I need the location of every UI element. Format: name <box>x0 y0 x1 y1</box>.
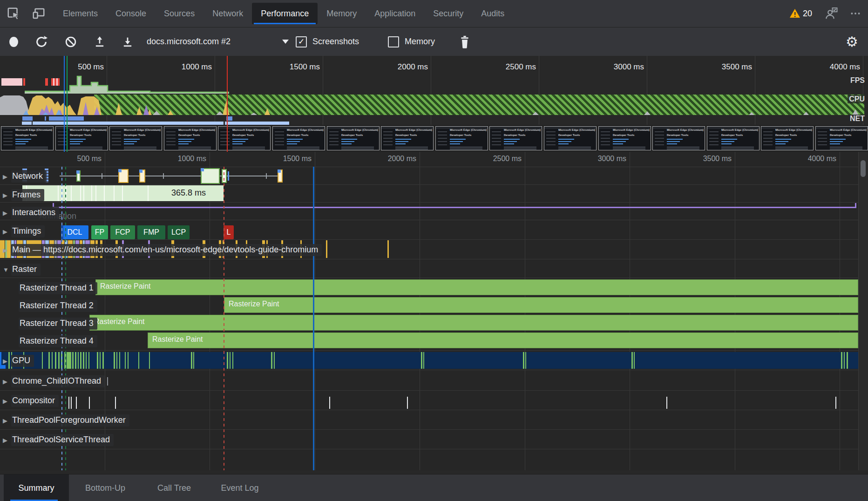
filmstrip-thumbnail[interactable]: Microsoft Edge (Chromium)Developer Tools <box>489 126 542 150</box>
track-label-compositor[interactable]: ▶Compositor <box>3 395 59 407</box>
filmstrip-thumbnail[interactable]: Microsoft Edge (Chromium)Developer Tools <box>544 126 597 150</box>
thumbnail-sidebar-line <box>655 138 664 139</box>
timing-badge-lcp[interactable]: LCP <box>168 225 190 239</box>
network-request-block[interactable] <box>139 169 145 183</box>
track-label-frames[interactable]: ▶Frames <box>3 189 44 201</box>
track-label-gpu[interactable]: ▶GPU <box>3 355 34 367</box>
expand-arrow-icon[interactable]: ▶ <box>3 247 11 254</box>
expand-arrow-icon[interactable]: ▶ <box>3 228 11 235</box>
tab-console[interactable]: Console <box>107 0 155 27</box>
memory-checkbox-box[interactable] <box>388 36 399 47</box>
timing-badge-fcp[interactable]: FCP <box>110 225 135 239</box>
memory-checkbox[interactable] <box>388 27 399 56</box>
memory-checkbox-label[interactable]: Memory <box>405 27 435 56</box>
rasterize-paint-bar[interactable]: Rasterize Paint <box>95 279 858 295</box>
expand-arrow-icon[interactable]: ▶ <box>3 437 11 444</box>
rasterize-paint-bar[interactable]: Rasterize Paint <box>89 315 858 331</box>
bottom-tab-event-log[interactable]: Event Log <box>214 474 265 501</box>
expand-arrow-icon[interactable]: ▶ <box>3 173 11 180</box>
capture-settings-gear-icon[interactable]: ⚙ <box>846 27 858 56</box>
expand-arrow-icon[interactable]: ▶ <box>3 192 11 199</box>
screenshot-filmstrip[interactable]: Microsoft Edge (Chromium)Developer Tools… <box>0 125 868 152</box>
tab-network[interactable]: Network <box>203 0 252 27</box>
warning-count[interactable]: 20 <box>803 9 812 19</box>
track-label-interactions[interactable]: ▶Interactions <box>3 207 59 219</box>
timing-badge-fmp[interactable]: FMP <box>137 225 165 239</box>
bottom-tab-call-tree[interactable]: Call Tree <box>152 474 197 501</box>
filmstrip-thumbnail[interactable]: Microsoft Edge (Chromium)Developer Tools <box>815 126 868 150</box>
track-label-rasterizer-thread-1[interactable]: Rasterizer Thread 1 <box>19 282 97 294</box>
network-request-block[interactable] <box>201 168 220 184</box>
save-profile-button[interactable] <box>121 27 134 56</box>
profile-select[interactable]: docs.microsoft.com #2 <box>147 27 231 56</box>
scrollbar-thumb[interactable] <box>861 160 866 177</box>
rasterize-paint-bar[interactable]: Rasterize Paint <box>224 297 858 313</box>
garbage-collect-button[interactable] <box>459 27 471 56</box>
more-options-icon[interactable] <box>849 7 861 20</box>
network-request-block[interactable] <box>118 169 129 183</box>
track-label-rasterizer-thread-2[interactable]: Rasterizer Thread 2 <box>19 300 97 312</box>
filmstrip-thumbnail[interactable]: Microsoft Edge (Chromium)Developer Tools <box>652 126 705 150</box>
track-label-raster[interactable]: ▼Raster <box>3 264 41 276</box>
expand-arrow-icon[interactable]: ▶ <box>3 210 11 217</box>
filmstrip-thumbnail[interactable]: Microsoft Edge (Chromium)Developer Tools <box>761 126 814 150</box>
timing-badge-fp[interactable]: FP <box>91 225 108 239</box>
network-request-block[interactable] <box>278 169 283 183</box>
tab-security[interactable]: Security <box>424 0 472 27</box>
filmstrip-thumbnail[interactable]: Microsoft Edge (Chromium)Developer Tools <box>218 126 271 150</box>
collapse-arrow-icon[interactable]: ▼ <box>3 266 11 273</box>
record-button[interactable] <box>9 27 18 56</box>
tab-application[interactable]: Application <box>366 0 424 27</box>
filmstrip-thumbnail[interactable]: Microsoft Edge (Chromium)Developer Tools <box>435 126 488 150</box>
network-request-block[interactable] <box>76 170 81 182</box>
vertical-scrollbar[interactable] <box>858 152 868 470</box>
filmstrip-thumbnail[interactable]: Microsoft Edge (Chromium)Developer Tools <box>707 126 760 150</box>
timing-badge-l[interactable]: L <box>224 225 234 239</box>
screenshots-checkbox-box[interactable]: ✓ <box>296 36 307 47</box>
expand-arrow-icon[interactable]: ▶ <box>3 417 11 424</box>
filmstrip-thumbnail[interactable]: Microsoft Edge (Chromium)Developer Tools <box>327 126 380 150</box>
reload-and-record-button[interactable] <box>34 27 48 56</box>
thumbnail-link-line <box>558 141 571 142</box>
expand-arrow-icon[interactable]: ▶ <box>3 358 11 365</box>
filmstrip-thumbnail[interactable]: Microsoft Edge (Chromium)Developer Tools <box>164 126 217 150</box>
row-divider <box>0 410 858 410</box>
expand-arrow-icon[interactable]: ▶ <box>3 378 11 385</box>
clear-button[interactable] <box>64 27 77 56</box>
filmstrip-thumbnail[interactable]: Microsoft Edge (Chromium)Developer Tools <box>272 126 325 150</box>
filmstrip-thumbnail[interactable]: Microsoft Edge (Chromium)Developer Tools <box>598 126 651 150</box>
tab-sources[interactable]: Sources <box>155 0 203 27</box>
rasterize-paint-bar[interactable]: Rasterize Paint <box>148 332 858 348</box>
bottom-tab-summary[interactable]: Summary <box>4 474 69 501</box>
load-profile-button[interactable] <box>93 27 106 56</box>
track-label-network[interactable]: ▶Network <box>3 170 47 183</box>
filmstrip-thumbnail[interactable]: Microsoft Edge (Chromium)Developer Tools <box>109 126 162 150</box>
flame-chart[interactable]: 500 ms1000 ms1500 ms2000 ms2500 ms3000 m… <box>0 152 868 470</box>
filmstrip-thumbnail[interactable]: Microsoft Edge (Chromium)Developer Tools <box>1 126 54 150</box>
track-label-threadpoolforegroundworker[interactable]: ▶ThreadPoolForegroundWorker <box>3 414 129 427</box>
track-label-rasterizer-thread-4[interactable]: Rasterizer Thread 4 <box>19 335 97 347</box>
filmstrip-thumbnail[interactable]: Microsoft Edge (Chromium)Developer Tools <box>55 126 108 150</box>
track-label-main-thread[interactable]: ▶Main — https://docs.microsoft.com/en-us… <box>3 244 322 256</box>
track-label-timings[interactable]: ▶Timings <box>3 225 45 237</box>
tab-elements[interactable]: Elements <box>54 0 107 27</box>
warning-icon[interactable] <box>789 8 800 19</box>
tab-memory[interactable]: Memory <box>318 0 366 27</box>
screenshots-checkbox[interactable]: ✓ <box>296 27 307 56</box>
inspect-icon[interactable] <box>7 7 20 20</box>
gpu-track-background[interactable] <box>0 352 858 369</box>
thumbnail-link-line <box>667 139 683 140</box>
profile-select-arrow-icon[interactable] <box>282 27 289 56</box>
track-label-rasterizer-thread-3[interactable]: Rasterizer Thread 3 <box>19 318 97 330</box>
bottom-tab-bottom-up[interactable]: Bottom-Up <box>77 474 134 501</box>
tab-audits[interactable]: Audits <box>472 0 513 27</box>
track-label-threadpoolservicethread[interactable]: ▶ThreadPoolServiceThread <box>3 434 114 446</box>
feedback-user-icon[interactable] <box>824 7 838 20</box>
screenshots-checkbox-label[interactable]: Screenshots <box>312 27 359 56</box>
device-toolbar-icon[interactable] <box>32 7 46 20</box>
tab-performance[interactable]: Performance <box>252 3 318 24</box>
expand-arrow-icon[interactable]: ▶ <box>3 398 11 405</box>
timeline-overview[interactable]: 500 ms1000 ms1500 ms2000 ms2500 ms3000 m… <box>0 56 868 125</box>
filmstrip-thumbnail[interactable]: Microsoft Edge (Chromium)Developer Tools <box>381 126 434 150</box>
track-label-chrome-childiothread[interactable]: ▶Chrome_ChildIOThread <box>3 375 105 387</box>
